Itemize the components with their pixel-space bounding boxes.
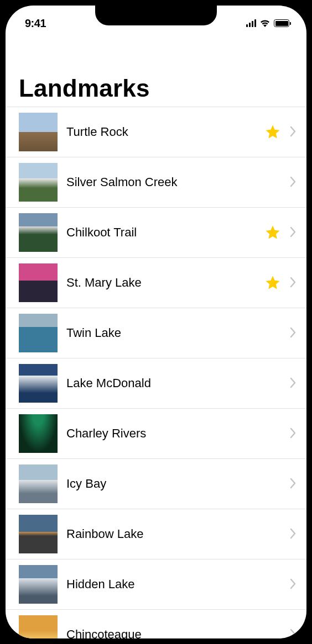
landmark-name: Twin Lake (66, 326, 281, 340)
list-item[interactable]: Lake McDonald (6, 358, 306, 408)
status-indicators (246, 17, 292, 30)
landmark-name: Lake McDonald (66, 376, 281, 390)
landmark-thumbnail (19, 565, 58, 604)
screen: 9:41 Landmarks (6, 6, 306, 638)
list-item[interactable]: Rainbow Lake (6, 509, 306, 559)
landmark-thumbnail (19, 314, 58, 352)
landmark-name: Chincoteague (66, 627, 281, 638)
landmark-thumbnail (19, 364, 58, 403)
chevron-right-icon (290, 578, 299, 590)
chevron-right-icon (290, 528, 299, 540)
chevron-right-icon (290, 226, 299, 239)
list-item[interactable]: Icy Bay (6, 458, 306, 509)
list-item[interactable]: Twin Lake (6, 308, 306, 358)
wifi-icon (259, 17, 271, 30)
list-item[interactable]: Chilkoot Trail (6, 207, 306, 257)
chevron-right-icon (290, 427, 299, 440)
landmark-thumbnail (19, 515, 58, 553)
chevron-right-icon (290, 629, 299, 638)
landmark-thumbnail (19, 615, 58, 638)
landmark-name: Chilkoot Trail (66, 225, 256, 240)
chevron-right-icon (290, 327, 299, 339)
list-item[interactable]: Silver Salmon Creek (6, 157, 306, 207)
landmark-thumbnail (19, 163, 58, 202)
landmark-name: Charley Rivers (66, 426, 281, 441)
landmark-name: Silver Salmon Creek (66, 175, 281, 189)
notch (95, 6, 217, 25)
phone-frame: 9:41 Landmarks (0, 0, 312, 644)
list-item[interactable]: Hidden Lake (6, 559, 306, 609)
chevron-right-icon (290, 176, 299, 188)
landmark-name: Turtle Rock (66, 125, 256, 139)
chevron-right-icon (290, 126, 299, 138)
list-item[interactable]: Charley Rivers (6, 408, 306, 458)
list-item[interactable]: Chincoteague (6, 609, 306, 638)
landmark-list[interactable]: Turtle RockSilver Salmon CreekChilkoot T… (6, 107, 306, 638)
content: Landmarks Turtle RockSilver Salmon Creek… (6, 33, 306, 638)
landmark-thumbnail (19, 263, 58, 302)
landmark-name: Icy Bay (66, 477, 281, 491)
chevron-right-icon (290, 478, 299, 490)
list-item[interactable]: Turtle Rock (6, 107, 306, 157)
landmark-thumbnail (19, 464, 58, 503)
chevron-right-icon (290, 277, 299, 289)
battery-icon (274, 19, 291, 27)
favorite-star-icon (264, 124, 281, 140)
landmark-name: St. Mary Lake (66, 276, 256, 290)
status-time: 9:41 (25, 17, 46, 30)
cellular-signal-icon (246, 19, 257, 27)
landmark-name: Rainbow Lake (66, 527, 281, 541)
chevron-right-icon (290, 377, 299, 389)
list-item[interactable]: St. Mary Lake (6, 257, 306, 308)
favorite-star-icon (264, 275, 281, 291)
favorite-star-icon (264, 224, 281, 241)
landmark-thumbnail (19, 213, 58, 252)
landmark-name: Hidden Lake (66, 577, 281, 592)
landmark-thumbnail (19, 113, 58, 151)
page-title: Landmarks (6, 33, 306, 107)
landmark-thumbnail (19, 414, 58, 453)
